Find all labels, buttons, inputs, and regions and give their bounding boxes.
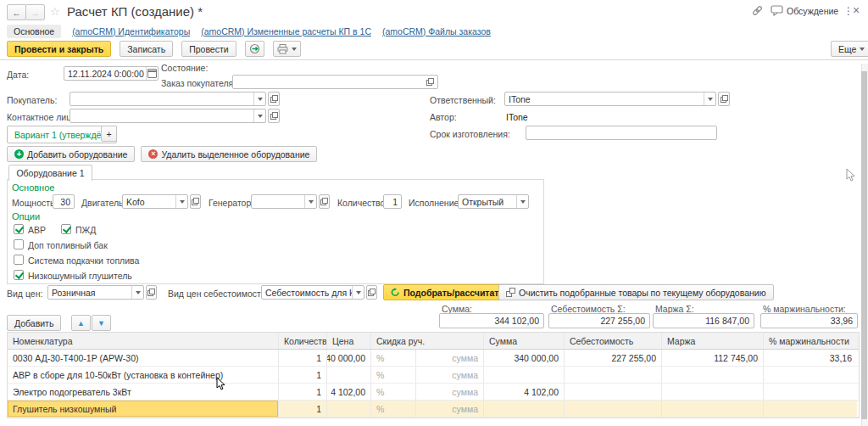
- cost-type-open-button[interactable]: [366, 285, 377, 300]
- cell-margin-pct[interactable]: [764, 367, 857, 383]
- vertical-scrollbar-thumb[interactable]: [861, 71, 867, 419]
- calendar-icon[interactable]: [146, 67, 158, 80]
- table-row[interactable]: Электро подогреватель 3кВт 1 4 102,00 % …: [8, 384, 859, 401]
- lead-time-input[interactable]: [526, 126, 717, 140]
- chevron-down-icon[interactable]: [175, 195, 187, 208]
- date-input[interactable]: 12.11.2024 0:00:00: [64, 66, 159, 81]
- cell-qty[interactable]: 1: [279, 401, 327, 417]
- cell-margin-pct[interactable]: 33,16: [764, 350, 857, 366]
- cell-discount-pct[interactable]: %: [371, 350, 416, 366]
- cell-discount-pct[interactable]: %: [371, 384, 416, 400]
- cell-price[interactable]: [327, 401, 371, 417]
- remove-equipment-button[interactable]: × Удалить выделенное оборудование: [141, 146, 317, 162]
- cell-discount-sum[interactable]: сумма: [416, 384, 484, 400]
- discussion-icon[interactable]: [771, 5, 783, 16]
- generator-open-button[interactable]: [319, 194, 330, 209]
- discussion-label[interactable]: Обсуждение: [787, 6, 838, 16]
- col-sum[interactable]: Сумма: [484, 333, 565, 349]
- cell-cost[interactable]: [565, 384, 662, 400]
- cell-cost[interactable]: [565, 401, 662, 417]
- cell-margin[interactable]: 112 745,00: [662, 350, 764, 366]
- chevron-down-icon[interactable]: [304, 195, 316, 208]
- cell-sum[interactable]: [484, 401, 565, 417]
- total-margin-value[interactable]: 116 847,00: [653, 313, 754, 328]
- save-button[interactable]: Записать: [120, 41, 173, 57]
- cell-discount-sum[interactable]: сумма: [416, 367, 484, 383]
- table-row[interactable]: 0030 АД-30-Т400-1Р (APW-30) 1 340 000,00…: [8, 350, 859, 367]
- price-type-select[interactable]: Розничная: [47, 285, 144, 300]
- buyer-input[interactable]: [70, 92, 266, 106]
- cell-cost[interactable]: [565, 367, 662, 383]
- contact-open-button[interactable]: [268, 109, 280, 123]
- col-cost[interactable]: Себестоимость: [565, 333, 662, 349]
- chevron-down-icon[interactable]: [253, 109, 265, 122]
- cell-margin[interactable]: [662, 384, 764, 400]
- cell-sum[interactable]: 4 102,00: [484, 384, 565, 400]
- cell-qty[interactable]: 1: [279, 367, 327, 383]
- more-button[interactable]: Еще: [831, 41, 868, 57]
- calculate-button[interactable]: Подобрать/рассчитать: [383, 284, 512, 300]
- cell-discount-pct[interactable]: %: [371, 367, 416, 383]
- cell-discount-pct[interactable]: %: [371, 401, 416, 417]
- move-up-button[interactable]: ▲: [71, 315, 91, 331]
- checkbox-fuel-pump-system[interactable]: [14, 255, 24, 265]
- tab-amocrm-changed-calcs[interactable]: (amoCRM) Измененные расчеты КП в 1С: [201, 26, 371, 36]
- cell-discount-sum[interactable]: сумма: [416, 350, 484, 366]
- add-variant-button[interactable]: +: [101, 126, 117, 142]
- total-cost-value[interactable]: 227 255,00: [548, 313, 650, 328]
- cell-sum[interactable]: 340 000,00: [484, 350, 565, 366]
- chevron-down-icon[interactable]: [516, 195, 528, 208]
- customer-order-input[interactable]: [232, 75, 438, 89]
- col-margin-pct[interactable]: % маржинальности: [764, 333, 857, 349]
- cell-price[interactable]: 4 102,00: [327, 384, 371, 400]
- cell-margin[interactable]: [662, 367, 764, 383]
- cell-qty[interactable]: 1: [279, 384, 327, 400]
- post-and-close-button[interactable]: Провести и закрыть: [7, 41, 111, 57]
- cell-qty[interactable]: 1: [279, 350, 327, 366]
- cell-margin-pct[interactable]: [764, 401, 857, 417]
- chevron-down-icon[interactable]: [131, 286, 143, 299]
- col-quantity[interactable]: Количество: [279, 333, 327, 349]
- tab-amocrm-order-files[interactable]: (amoCRM) Файлы заказов: [382, 26, 491, 36]
- print-button[interactable]: [273, 41, 301, 57]
- cell-name[interactable]: Глушитель низкошумный: [8, 401, 279, 417]
- col-margin[interactable]: Маржа: [662, 333, 764, 349]
- add-row-button[interactable]: Добавить: [7, 315, 61, 331]
- engine-open-button[interactable]: [190, 194, 201, 209]
- cell-price[interactable]: 340 000,00: [327, 350, 371, 366]
- contact-input[interactable]: [70, 109, 266, 123]
- post-button[interactable]: Провести: [181, 41, 236, 57]
- chevron-down-icon[interactable]: [253, 92, 265, 105]
- link-icon[interactable]: [751, 5, 764, 16]
- execution-select[interactable]: Открытый: [458, 194, 529, 209]
- cost-type-select[interactable]: Себестоимость для КП: [261, 285, 364, 300]
- engine-input[interactable]: Kofo: [122, 194, 188, 209]
- total-sum-value[interactable]: 344 102,00: [439, 313, 544, 328]
- cell-name[interactable]: Электро подогреватель 3кВт: [8, 384, 279, 400]
- chevron-down-icon[interactable]: [352, 286, 364, 299]
- checkbox-extra-fuel-tank[interactable]: [14, 239, 24, 249]
- open-icon[interactable]: [426, 76, 437, 88]
- cell-sum[interactable]: [484, 367, 565, 383]
- col-manual-discount[interactable]: Скидка руч.: [371, 333, 484, 349]
- move-down-button[interactable]: ▼: [92, 315, 111, 331]
- cell-name[interactable]: АВР в сборе для 10-50кВт (установка в ко…: [8, 367, 279, 383]
- generator-input[interactable]: [251, 194, 317, 209]
- buyer-open-button[interactable]: [268, 92, 280, 106]
- power-input[interactable]: 30: [53, 194, 75, 209]
- col-nomenclature[interactable]: Номенклатура: [8, 333, 279, 349]
- chevron-down-icon[interactable]: [704, 92, 715, 105]
- tab-amocrm-identifiers[interactable]: (amoCRM) Идентификаторы: [72, 26, 190, 36]
- quantity-input[interactable]: 1: [383, 194, 402, 209]
- cell-margin[interactable]: [662, 401, 764, 417]
- posting-structure-button[interactable]: [245, 41, 264, 57]
- checkbox-low-noise-muffler[interactable]: [14, 270, 24, 280]
- clear-selected-goods-button[interactable]: Очистить подобранные товары по текущему …: [498, 284, 774, 300]
- table-row-selected[interactable]: Глушитель низкошумный 1 % сумма: [8, 401, 859, 418]
- cell-margin-pct[interactable]: [764, 384, 857, 400]
- price-type-open-button[interactable]: [146, 285, 157, 300]
- tab-main[interactable]: Основное: [7, 25, 61, 38]
- checkbox-pzhd[interactable]: [61, 224, 71, 234]
- tab-equipment-1[interactable]: Оборудование 1: [8, 165, 92, 181]
- back-button[interactable]: ←: [7, 4, 26, 20]
